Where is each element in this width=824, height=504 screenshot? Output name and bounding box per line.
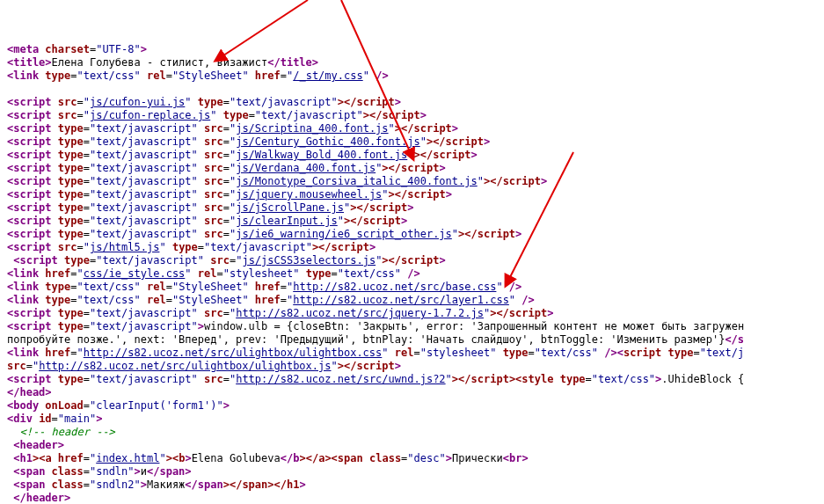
code-block: <meta charset="UTF-8"> <title>Елена Голу… xyxy=(0,40,824,504)
